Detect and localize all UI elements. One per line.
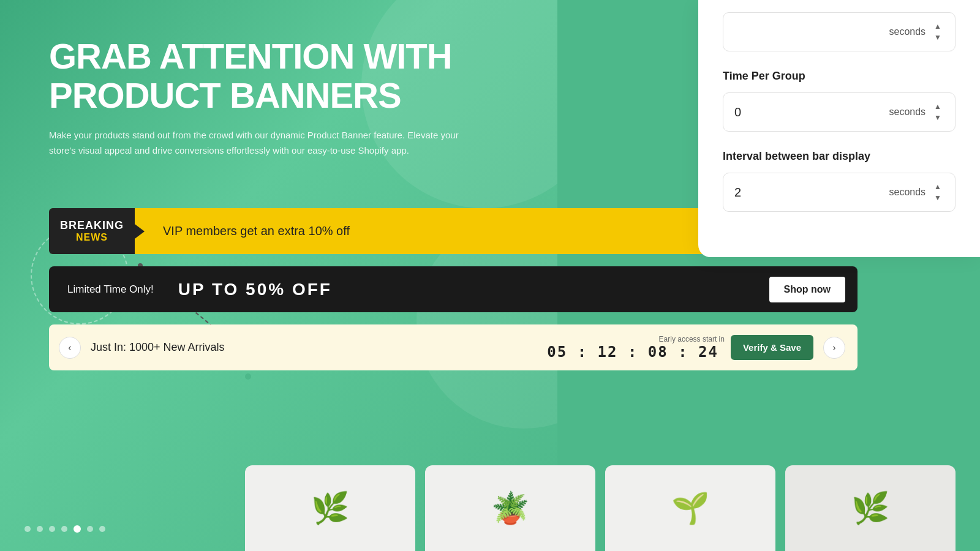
sale-title: UP TO 50% OFF xyxy=(178,280,769,299)
interval-spinner: ▲ ▼ xyxy=(932,182,944,203)
product-card-2: 🪴 xyxy=(425,465,595,551)
pagination-dots xyxy=(24,525,105,533)
countdown-timer: 05 : 12 : 08 : 24 xyxy=(547,343,718,361)
products-row: 🌿 🪴 🌱 🌿 xyxy=(221,453,980,551)
top-spinner-down[interactable]: ▼ xyxy=(932,32,944,42)
early-access-label: Early access start in xyxy=(659,335,725,343)
breaking-text: BREAKING xyxy=(60,219,124,232)
dot-6[interactable] xyxy=(87,526,93,532)
interval-spinner-up[interactable]: ▲ xyxy=(932,182,944,192)
top-spinner: ▲ ▼ xyxy=(932,21,944,42)
hero-title: GRAB ATTENTION WITH PRODUCT BANNERS xyxy=(49,37,539,115)
hero-description: Make your products stand out from the cr… xyxy=(49,127,466,159)
dot-3[interactable] xyxy=(49,526,55,532)
badge-arrow xyxy=(135,224,145,239)
arrivals-prev-button[interactable]: ‹ xyxy=(59,337,81,359)
interval-unit: seconds xyxy=(889,187,926,198)
breaking-badge: BREAKING NEWS xyxy=(49,208,135,254)
news-text: NEWS xyxy=(76,232,108,243)
time-per-group-section: Time Per Group 0 seconds ▲ ▼ xyxy=(723,70,956,132)
arrivals-next-button[interactable]: › xyxy=(823,337,845,359)
plant-icon-3: 🌱 xyxy=(671,490,709,526)
hero-content: GRAB ATTENTION WITH PRODUCT BANNERS Make… xyxy=(49,37,539,159)
banner-message: VIP members get an extra 10% off xyxy=(145,224,709,238)
arrivals-text: Just In: 1000+ New Arrivals xyxy=(91,341,547,354)
verify-save-button[interactable]: Verify & Save xyxy=(731,335,813,360)
product-card-4: 🌿 xyxy=(785,465,956,551)
dot-7[interactable] xyxy=(99,526,105,532)
time-per-group-value: 0 xyxy=(734,105,889,119)
time-per-group-unit: seconds xyxy=(889,107,926,118)
settings-panel: seconds ▲ ▼ Time Per Group 0 seconds ▲ ▼… xyxy=(698,0,980,257)
dot-4[interactable] xyxy=(61,526,67,532)
top-input-unit: seconds xyxy=(889,26,926,37)
arrivals-banner: ‹ Just In: 1000+ New Arrivals Early acce… xyxy=(49,324,858,370)
time-per-group-spinner-down[interactable]: ▼ xyxy=(932,113,944,122)
time-per-group-spinner-up[interactable]: ▲ xyxy=(932,102,944,111)
time-per-group-input-row: 0 seconds ▲ ▼ xyxy=(723,92,956,132)
plant-icon-4: 🌿 xyxy=(851,490,889,526)
countdown-container: Early access start in 05 : 12 : 08 : 24 xyxy=(547,335,731,361)
plant-icon-2: 🪴 xyxy=(491,490,529,526)
shop-now-button[interactable]: Shop now xyxy=(769,277,845,302)
time-per-group-spinner: ▲ ▼ xyxy=(932,102,944,122)
time-per-group-label: Time Per Group xyxy=(723,70,956,83)
main-container: GRAB ATTENTION WITH PRODUCT BANNERS Make… xyxy=(0,0,980,551)
product-card-1: 🌿 xyxy=(245,465,415,551)
top-spinner-up[interactable]: ▲ xyxy=(932,21,944,31)
interval-section: Interval between bar display 2 seconds ▲… xyxy=(723,150,956,212)
sale-label: Limited Time Only! xyxy=(67,283,154,296)
interval-value: 2 xyxy=(734,186,889,200)
interval-label: Interval between bar display xyxy=(723,150,956,163)
dot-2[interactable] xyxy=(37,526,43,532)
product-card-3: 🌱 xyxy=(605,465,775,551)
interval-spinner-down[interactable]: ▼ xyxy=(932,193,944,203)
top-partial-section: seconds ▲ ▼ xyxy=(723,12,956,51)
plant-icon-1: 🌿 xyxy=(311,490,349,526)
sale-banner: Limited Time Only! UP TO 50% OFF Shop no… xyxy=(49,266,858,312)
dot-5-active[interactable] xyxy=(74,525,81,533)
interval-input-row: 2 seconds ▲ ▼ xyxy=(723,173,956,212)
dot-1[interactable] xyxy=(24,526,31,532)
top-input-row: seconds ▲ ▼ xyxy=(723,12,956,51)
